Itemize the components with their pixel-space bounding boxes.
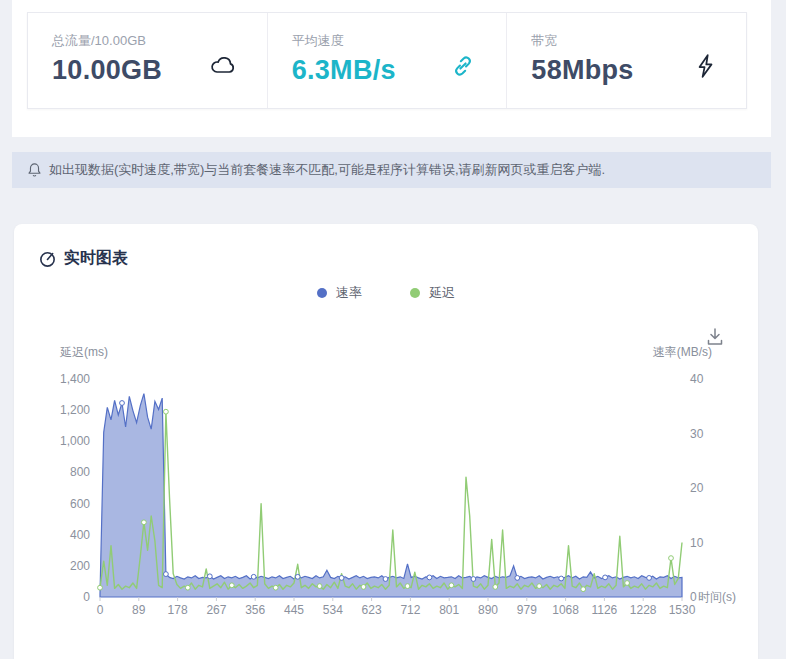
right-axis-tick: 30 (690, 427, 704, 441)
x-axis-tick: 356 (245, 603, 265, 617)
avg-speed-label: 平均速度 (292, 32, 507, 50)
rate-marker (647, 576, 652, 581)
latency-marker (229, 583, 234, 588)
right-margin (771, 0, 786, 659)
x-axis-name: 时间(s) (698, 590, 736, 604)
rate-marker (515, 576, 520, 581)
latency-marker (493, 585, 498, 590)
stat-card-bandwidth: 带宽 58Mbps (506, 13, 746, 108)
latency-marker (405, 584, 410, 589)
right-axis-tick: 10 (690, 536, 704, 550)
rate-marker (559, 576, 564, 581)
left-axis-tick: 200 (70, 559, 90, 573)
realtime-chart-card: 实时图表 速率 延迟 延迟(ms) 速率(MB/s) 1,4001,2001,0… (14, 224, 758, 659)
left-axis-tick: 600 (70, 497, 90, 511)
left-axis-tick: 1,000 (60, 434, 90, 448)
x-axis-tick: 534 (323, 603, 343, 617)
notice-text: 如出现数据(实时速度,带宽)与当前套餐速率不匹配,可能是程序计算错误,请刷新网页… (49, 161, 605, 179)
notice-banner: 如出现数据(实时速度,带宽)与当前套餐速率不匹配,可能是程序计算错误,请刷新网页… (12, 152, 771, 188)
rate-marker (207, 574, 212, 579)
latency-marker (273, 585, 278, 590)
latency-marker (98, 585, 103, 590)
latency-marker (581, 587, 586, 592)
chart-plot-area: 1,4001,2001,0008006004002000403020100089… (14, 224, 758, 659)
bolt-icon (694, 53, 716, 83)
stat-card-avg-speed: 平均速度 6.3MB/s (267, 13, 507, 108)
x-axis-tick: 712 (400, 603, 420, 617)
latency-marker (142, 520, 147, 525)
left-axis-tick: 0 (83, 590, 90, 604)
stats-row: 总流量/10.00GB 10.00GB 平均速度 6.3MB/s 带宽 58Mb… (27, 12, 747, 109)
latency-marker (164, 409, 169, 414)
x-axis-tick: 1228 (630, 603, 657, 617)
x-axis-tick: 445 (284, 603, 304, 617)
total-traffic-label: 总流量/10.00GB (52, 32, 267, 50)
right-axis-tick: 0 (690, 590, 697, 604)
x-axis-tick: 623 (362, 603, 382, 617)
stat-card-total-traffic: 总流量/10.00GB 10.00GB (28, 13, 267, 108)
rate-marker (471, 577, 476, 582)
right-axis-tick: 40 (690, 372, 704, 386)
x-axis-tick: 979 (517, 603, 537, 617)
x-axis-tick: 1126 (591, 603, 617, 617)
left-axis-tick: 1,400 (60, 372, 90, 386)
left-axis-tick: 400 (70, 528, 90, 542)
x-axis-tick: 801 (439, 603, 459, 617)
latency-marker (361, 585, 366, 590)
left-axis-tick: 800 (70, 465, 90, 479)
rate-marker (295, 574, 300, 579)
rate-marker (339, 576, 344, 581)
bell-icon (27, 162, 42, 178)
latency-marker (669, 556, 674, 561)
latency-marker (449, 583, 454, 588)
bandwidth-label: 带宽 (531, 32, 746, 50)
rate-marker (251, 574, 256, 579)
x-axis-tick: 1068 (552, 603, 579, 617)
latency-marker (625, 581, 630, 586)
x-axis-tick: 178 (168, 603, 188, 617)
cloud-icon (209, 53, 237, 81)
x-axis-tick: 890 (478, 603, 498, 617)
rate-marker (164, 572, 169, 577)
latency-marker (537, 584, 542, 589)
latency-marker (185, 585, 190, 590)
rate-marker (427, 575, 432, 580)
series-latency-line (100, 412, 682, 590)
x-axis-tick: 267 (206, 603, 226, 617)
right-axis-tick: 20 (690, 481, 704, 495)
latency-marker (317, 584, 322, 589)
rate-marker (383, 577, 388, 582)
x-axis-tick: 0 (97, 603, 104, 617)
rate-marker (603, 575, 608, 580)
link-icon (450, 53, 476, 83)
x-axis-tick: 1530 (669, 603, 696, 617)
rate-marker (120, 401, 125, 406)
left-axis-tick: 1,200 (60, 403, 90, 417)
x-axis-tick: 89 (132, 603, 146, 617)
